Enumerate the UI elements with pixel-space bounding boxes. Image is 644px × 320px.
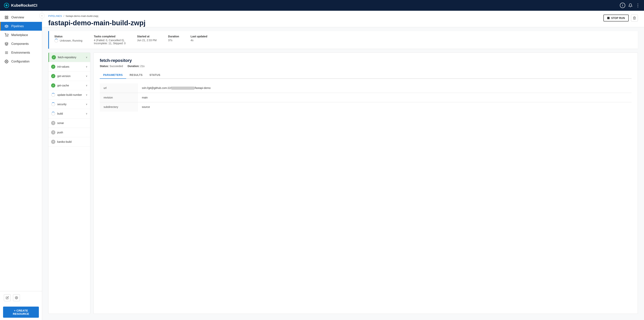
sidebar-bottom [0,291,42,304]
stat-started-label: Started at [137,35,156,38]
task-fetch-repository-label: fetch-repository [58,56,86,59]
stop-icon [607,17,610,19]
task-fetch-repository-chevron: ∨ [86,56,88,59]
param-url-value: ssh://git@github.com:22/ /fastapi-demo [138,83,632,93]
sidebar-item-components-label: Components [11,42,29,46]
task-detail-title: fetch-repository [100,58,632,63]
svg-point-8 [6,37,6,37]
task-success-icon: ✓ [52,55,56,59]
task-item-push[interactable]: ? push [48,128,90,137]
param-subdirectory-key: subdirectory [100,102,138,112]
stat-tasks: Tasks completed 4 (Failed: 0, Cancelled … [94,35,126,45]
task-success-icon-2: ✓ [51,65,55,69]
task-item-security[interactable]: security ∨ [48,100,90,109]
task-detail-meta: Status: Succeeded Duration: 21s [100,65,632,68]
delete-button[interactable] [631,15,638,22]
bell-icon[interactable] [628,3,632,8]
breadcrumb: PIPELINES / fastapi-demo-main-build-zwpj [48,15,638,18]
content-area: PIPELINES / fastapi-demo-main-build-zwpj… [42,11,644,320]
stat-tasks-label: Tasks completed [94,35,126,38]
page-title: fastapi-demo-main-build-zwpj [48,19,638,27]
stop-run-button[interactable]: STOP RUN [604,15,629,22]
task-item-get-cache[interactable]: ✓ get-cache ∨ [48,81,90,90]
main-layout: ‹ Overview [0,11,644,320]
svg-rect-3 [5,18,6,19]
detail-tabs: PARAMETERS RESULTS STATUS [100,72,632,79]
task-running-icon [51,93,55,97]
task-build-label: build [57,112,86,115]
edit-icon-button[interactable] [4,294,11,301]
param-revision-value: main [138,93,632,102]
task-get-cache-chevron: ∨ [86,84,88,87]
sidebar-item-pipelines[interactable]: Pipelines [0,22,42,31]
more-icon[interactable]: ⋮ [636,3,640,8]
task-item-update-build-number[interactable]: update-build-number ∨ [48,90,90,100]
task-unknown-icon-2: ? [51,130,55,135]
task-get-version-label: get-version [57,75,86,78]
svg-rect-1 [5,16,6,17]
parameters-table: url ssh://git@github.com:22/ /fastapi-de… [100,83,632,112]
task-update-build-number-chevron: ∨ [86,94,88,96]
svg-rect-2 [7,16,8,17]
sidebar-collapse-button[interactable]: ‹ [39,13,44,19]
svg-rect-6 [6,25,7,28]
task-unknown-icon: ? [51,121,55,125]
task-running-icon-3 [51,112,55,116]
task-push-label: push [57,131,88,134]
sidebar-item-components[interactable]: Components [0,40,42,48]
task-item-sonar[interactable]: ? sonar [48,118,90,128]
task-detail-status: Status: Succeeded [100,65,123,68]
param-revision-key: revision [100,93,138,102]
sidebar-item-environments-label: Environments [11,51,30,55]
tab-status[interactable]: STATUS [146,72,164,79]
svg-rect-4 [7,18,8,19]
sidebar: ‹ Overview [0,11,42,320]
stat-last-updated-label: Last updated [191,35,207,38]
stop-run-label: STOP RUN [611,17,625,20]
task-item-kaniko-build[interactable]: ? kaniko-build [48,137,90,147]
task-item-get-version[interactable]: ✓ get-version ∨ [48,72,90,81]
breadcrumb-parent[interactable]: PIPELINES [48,15,62,18]
info-icon[interactable]: i [620,3,625,8]
table-row: subdirectory source [100,102,632,112]
task-item-init-values[interactable]: ✓ init-values ∨ [48,62,90,72]
tab-results[interactable]: RESULTS [126,72,146,79]
table-row: revision main [100,93,632,102]
task-security-label: security [57,103,86,106]
task-unknown-icon-3: ? [51,140,55,144]
status-spinner [54,39,58,43]
svg-rect-7 [7,26,8,27]
create-resource-button[interactable]: + CREATE RESOURCE [3,306,39,318]
task-build-chevron: ∨ [86,112,88,115]
duration-text: 37s [168,39,172,42]
stat-duration-label: Duration [168,35,179,38]
stat-duration-value: 37s [168,39,179,42]
task-get-cache-label: get-cache [57,84,86,87]
task-get-version-chevron: ∨ [86,75,88,77]
task-init-values-label: init-values [57,65,86,68]
stat-started: Started at Jun 21, 2:33 PM [137,35,156,42]
sidebar-item-marketplace[interactable]: Marketplace [0,31,42,40]
tasks-completed-text: 4 (Failed: 0, Cancelled 0),Incomplete: 1… [94,39,126,45]
table-row: url ssh://git@github.com:22/ /fastapi-de… [100,83,632,93]
cart-icon [4,33,8,37]
settings-icon-button[interactable] [13,294,20,301]
task-success-icon-4: ✓ [51,83,55,88]
task-detail-duration: Duration: 21s [128,65,144,68]
sidebar-item-configuration[interactable]: Configuration [0,57,42,66]
tab-parameters[interactable]: PARAMETERS [100,72,126,79]
grid-icon [4,15,8,20]
svg-point-15 [16,297,17,298]
sidebar-nav: Overview Pipelines [0,11,42,291]
task-sonar-label: sonar [57,122,88,125]
sidebar-item-overview-label: Overview [11,16,24,19]
task-item-build[interactable]: build ∨ [48,109,90,118]
app-logo: KubeRocketCI [4,3,37,8]
sidebar-item-environments[interactable]: Environments [0,48,42,57]
task-kaniko-build-label: kaniko-build [57,140,88,143]
sidebar-item-overview[interactable]: Overview [0,13,42,22]
task-detail: fetch-repository Status: Succeeded Durat… [94,53,638,314]
content-header: PIPELINES / fastapi-demo-main-build-zwpj… [42,11,644,27]
task-item-fetch-repository[interactable]: ✓ fetch-repository ∨ [48,53,90,62]
stat-status-value: Unknown, Running [54,39,82,43]
